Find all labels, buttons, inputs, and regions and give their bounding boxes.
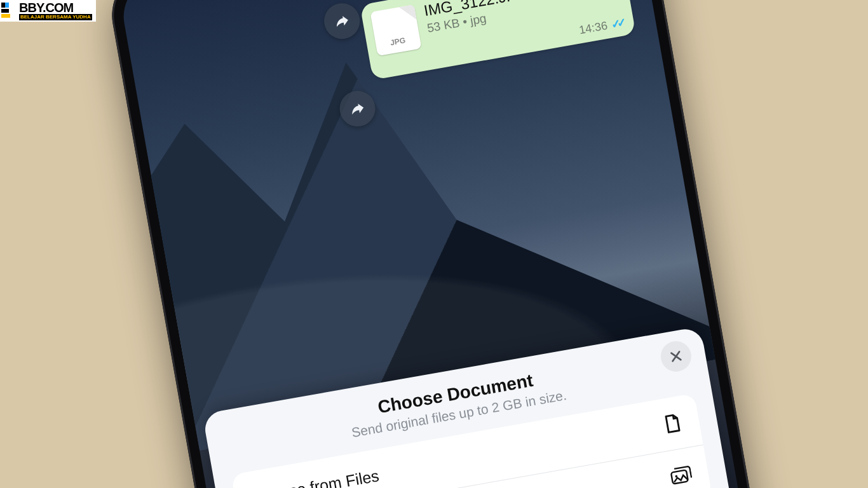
message-time: 14:36 [578,18,609,37]
forward-button[interactable] [322,1,363,42]
watermark-logo-icon [1,3,18,19]
file-thumbnail: JPG [370,4,421,56]
message-bubble[interactable]: JPG IMG_3122.JPG 53 KB • jpg 14:36 ✓✓ [360,0,635,80]
read-ticks-icon: ✓✓ [610,16,624,32]
forward-arrow-icon [332,11,351,30]
gallery-icon [668,463,693,488]
site-watermark: BBY.COM BELAJAR BERSAMA YUDHA [0,0,96,22]
watermark-main: BBY.COM [19,1,92,14]
watermark-sub: BELAJAR BERSAMA YUDHA [19,14,92,20]
forward-arrow-icon [348,99,367,118]
photo-scene: MP4 IMG_3182.MP4 29.5 MB • mp4 14:36 ✓✓ [104,0,764,488]
phone-screen: MP4 IMG_3182.MP4 29.5 MB • mp4 14:36 ✓✓ [118,0,750,488]
document-icon [659,411,684,436]
option-label: Choose from Files [250,466,381,488]
file-ext-label: JPG [375,33,420,50]
chat-thread: MP4 IMG_3182.MP4 29.5 MB • mp4 14:36 ✓✓ [344,0,635,80]
close-icon [668,348,684,364]
phone-frame: MP4 IMG_3182.MP4 29.5 MB • mp4 14:36 ✓✓ [104,0,764,488]
